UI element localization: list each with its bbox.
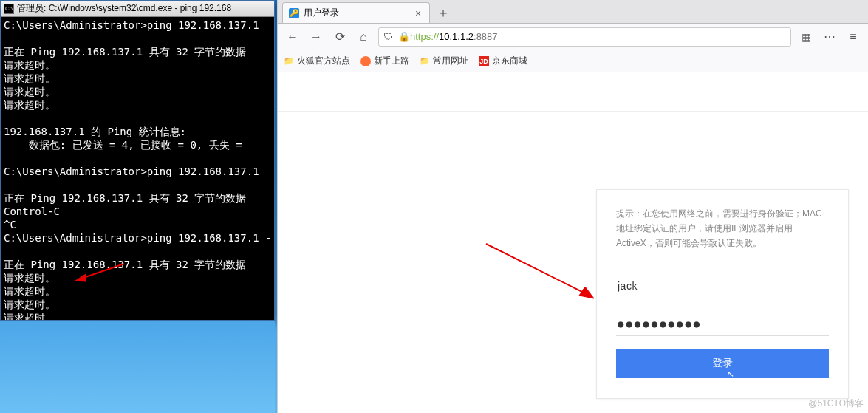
folder-icon [420, 56, 430, 66]
hamburger-menu-button[interactable]: ≡ [844, 30, 862, 44]
new-tab-button[interactable]: ＋ [434, 4, 452, 21]
shield-icon: 🛡 [383, 31, 394, 42]
desktop-background [0, 321, 275, 413]
watermark: @51CTO博客 [808, 397, 864, 410]
tab-strip: 🔑 用户登录 × ＋ [278, 0, 868, 24]
browser-window: 🔑 用户登录 × ＋ ← → ⟳ ⌂ 🛡 🔒 https://10.1.1.2:… [277, 0, 868, 413]
content-separator [278, 111, 868, 112]
cmd-icon: C:\ [4, 4, 14, 14]
bookmark-label: 新手上路 [374, 55, 409, 67]
nav-bar: ← → ⟳ ⌂ 🛡 🔒 https://10.1.1.2:8887 ▦ ⋯ ≡ [278, 24, 868, 50]
password-input[interactable] [616, 312, 829, 336]
svg-line-2 [486, 244, 587, 294]
reload-button[interactable]: ⟳ [331, 28, 349, 46]
login-button[interactable]: 登录 ↖ [616, 349, 829, 378]
bookmark-label: 火狐官方站点 [297, 55, 350, 67]
cmd-output: C:\Users\Administrator>ping 192.168.137.… [1, 17, 274, 320]
cmd-titlebar[interactable]: C:\ 管理员: C:\Windows\system32\cmd.exe - p… [1, 1, 274, 17]
tab-title: 用户登录 [304, 7, 413, 19]
login-card: 提示：在您使用网络之前，需要进行身份验证；MAC地址绑定认证的用户，请使用IE浏… [596, 189, 849, 399]
cursor-icon: ↖ [727, 369, 734, 379]
bookmark-bar: 火狐官方站点 新手上路 常用网址 JD京东商城 [278, 50, 868, 72]
bookmark-label: 常用网址 [433, 55, 468, 67]
overflow-menu-button[interactable]: ⋯ [821, 30, 838, 44]
jd-icon: JD [479, 56, 489, 66]
url-host: 10.1.1.2 [439, 31, 474, 42]
close-icon[interactable]: × [413, 7, 423, 19]
page-content: 提示：在您使用网络之前，需要进行身份验证；MAC地址绑定认证的用户，请使用IE浏… [278, 72, 868, 413]
forward-button[interactable]: → [307, 28, 325, 46]
svg-marker-3 [579, 287, 594, 298]
home-button[interactable]: ⌂ [355, 28, 372, 46]
cmd-window: C:\ 管理员: C:\Windows\system32\cmd.exe - p… [0, 0, 275, 321]
url-protocol: https:// [410, 31, 439, 42]
cmd-title: 管理员: C:\Windows\system32\cmd.exe - ping … [17, 2, 231, 15]
url-port: :8887 [474, 31, 498, 42]
folder-icon [284, 56, 294, 66]
bookmark-getting-started[interactable]: 新手上路 [360, 55, 409, 67]
qr-icon[interactable]: ▦ [797, 31, 815, 43]
bookmark-common-sites[interactable]: 常用网址 [420, 55, 468, 67]
firefox-icon [360, 56, 371, 66]
bookmark-label: 京东商城 [492, 55, 527, 67]
padlock-icon: 🔒 [398, 31, 409, 42]
lock-icon: 🔑 [289, 8, 299, 18]
back-button[interactable]: ← [284, 28, 301, 46]
address-bar[interactable]: 🛡 🔒 https://10.1.1.2:8887 [378, 27, 791, 47]
annotation-arrow-right [485, 242, 595, 301]
username-input[interactable] [616, 274, 829, 298]
tab-active[interactable]: 🔑 用户登录 × [282, 2, 430, 23]
login-hint: 提示：在您使用网络之前，需要进行身份验证；MAC地址绑定认证的用户，请使用IE浏… [616, 206, 829, 250]
bookmark-jd[interactable]: JD京东商城 [479, 55, 527, 67]
bookmark-firefox-official[interactable]: 火狐官方站点 [284, 55, 350, 67]
